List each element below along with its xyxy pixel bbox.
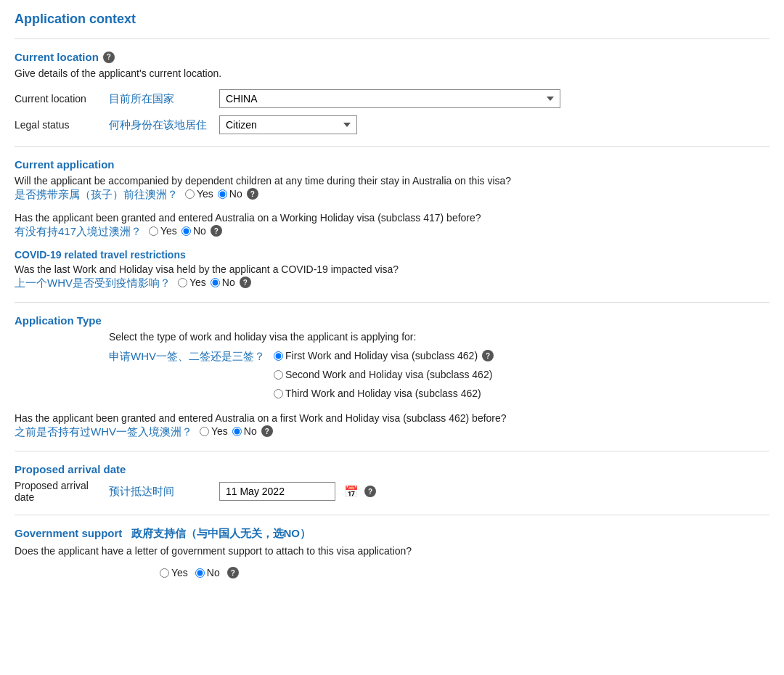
gov-support-radio-group: Yes No ? bbox=[160, 567, 769, 578]
divider-4 bbox=[15, 451, 769, 451]
current-location-help-icon[interactable]: ? bbox=[103, 52, 115, 63]
proposed-arrival-label: Proposed arrival date bbox=[15, 463, 126, 475]
covid-chinese: 上一个WHV是否受到疫情影响？ bbox=[15, 277, 171, 290]
gov-support-no-radio[interactable] bbox=[195, 568, 205, 578]
q462-help-icon[interactable]: ? bbox=[261, 425, 273, 437]
q462-no-radio[interactable] bbox=[232, 427, 242, 436]
q1-text: Will the applicant be accompanied by dep… bbox=[15, 175, 769, 187]
gov-support-yes-label[interactable]: Yes bbox=[160, 567, 188, 578]
covid-yes-label[interactable]: Yes bbox=[178, 277, 206, 288]
proposed-arrival-chinese: 预计抵达时间 bbox=[109, 485, 211, 499]
app-type-description-row: Select the type of work and holiday visa… bbox=[15, 331, 769, 343]
q462-text: Has the applicant been granted and enter… bbox=[15, 412, 769, 424]
current-location-chinese: 目前所在国家 bbox=[109, 92, 211, 106]
app-type-option1-text: First Work and Holiday visa (subclass 46… bbox=[285, 350, 478, 361]
q1-row: 是否携带亲属（孩子）前往澳洲？ Yes No ? bbox=[15, 188, 769, 202]
q1-yes-label[interactable]: Yes bbox=[185, 188, 213, 200]
gov-support-label: Government support bbox=[15, 527, 122, 539]
proposed-arrival-help-icon[interactable]: ? bbox=[364, 486, 376, 497]
gov-support-yes-radio[interactable] bbox=[160, 568, 169, 578]
app-type-option3-text: Third Work and Holiday visa (subclass 46… bbox=[285, 388, 481, 399]
q2-block: Has the applicant been granted and enter… bbox=[15, 212, 769, 239]
q462-yes-radio[interactable] bbox=[200, 427, 209, 436]
q1-chinese: 是否携带亲属（孩子）前往澳洲？ bbox=[15, 188, 178, 202]
divider-5 bbox=[15, 515, 769, 515]
app-type-description: Select the type of work and holiday visa… bbox=[109, 331, 416, 343]
app-type-option2-label[interactable]: Second Work and Holiday visa (subclass 4… bbox=[274, 369, 492, 380]
app-type-options: First Work and Holiday visa (subclass 46… bbox=[274, 350, 494, 402]
app-type-option2-radio[interactable] bbox=[274, 370, 283, 380]
q462-yes-label[interactable]: Yes bbox=[200, 425, 228, 437]
application-type-subtitle: Application Type bbox=[15, 314, 769, 327]
covid-no-label[interactable]: No bbox=[211, 277, 235, 288]
app-type-option3-label[interactable]: Third Work and Holiday visa (subclass 46… bbox=[274, 388, 481, 399]
covid-help-icon[interactable]: ? bbox=[240, 277, 251, 288]
app-type-option2-row: Second Work and Holiday visa (subclass 4… bbox=[274, 369, 494, 380]
q1-block: Will the applicant be accompanied by dep… bbox=[15, 175, 769, 202]
app-type-option1-radio[interactable] bbox=[274, 351, 283, 361]
application-type-label: Application Type bbox=[15, 314, 102, 327]
app-type-option1-row: First Work and Holiday visa (subclass 46… bbox=[274, 350, 494, 361]
current-location-field-row: Current location 目前所在国家 CHINA bbox=[15, 89, 769, 108]
gov-support-no-label[interactable]: No bbox=[195, 567, 220, 578]
app-type-option1-label[interactable]: First Work and Holiday visa (subclass 46… bbox=[274, 350, 478, 361]
proposed-arrival-row: Proposed arrival date 预计抵达时间 📅 ? bbox=[15, 480, 769, 503]
q462-yes-text: Yes bbox=[211, 425, 228, 437]
calendar-icon[interactable]: 📅 bbox=[344, 485, 359, 499]
gov-support-description: Does the applicant have a letter of gove… bbox=[15, 545, 769, 557]
q462-no-text: No bbox=[244, 425, 257, 437]
legal-status-label: Legal status bbox=[15, 119, 109, 131]
current-application-subtitle: Current application bbox=[15, 158, 769, 171]
proposed-arrival-control: 📅 ? bbox=[219, 482, 376, 501]
divider-2 bbox=[15, 146, 769, 147]
q462-row: 之前是否持有过WHV一签入境澳洲？ Yes No ? bbox=[15, 425, 769, 439]
current-location-label: Current location bbox=[15, 51, 99, 63]
current-location-subtitle: Current location ? bbox=[15, 51, 769, 63]
q2-row: 有没有持417入境过澳洲？ Yes No ? bbox=[15, 225, 769, 239]
legal-status-control: Citizen Permanent Resident Temporary Res… bbox=[219, 115, 357, 134]
q2-help-icon[interactable]: ? bbox=[211, 225, 222, 237]
q1-no-text: No bbox=[229, 188, 242, 200]
current-application-label: Current application bbox=[15, 158, 115, 171]
gov-support-yes-text: Yes bbox=[171, 567, 188, 578]
legal-status-field-row: Legal status 何种身份在该地居住 Citizen Permanent… bbox=[15, 115, 769, 134]
app-type-option2-text: Second Work and Holiday visa (subclass 4… bbox=[285, 369, 492, 380]
covid-title: COVID-19 related travel restrictions bbox=[15, 249, 769, 261]
q2-no-label[interactable]: No bbox=[181, 225, 206, 237]
q462-no-label[interactable]: No bbox=[232, 425, 257, 437]
q2-radio-group: Yes No ? bbox=[149, 225, 222, 237]
legal-status-select[interactable]: Citizen Permanent Resident Temporary Res… bbox=[219, 115, 357, 134]
covid-q-text: Was the last Work and Holiday visa held … bbox=[15, 263, 769, 275]
gov-support-help-icon[interactable]: ? bbox=[227, 567, 239, 578]
proposed-arrival-date-input[interactable] bbox=[219, 482, 335, 501]
covid-yes-radio[interactable] bbox=[178, 278, 187, 287]
application-type-block: Select the type of work and holiday visa… bbox=[15, 331, 769, 402]
q2-no-text: No bbox=[193, 225, 206, 237]
covid-no-text: No bbox=[222, 277, 235, 288]
q2-no-radio[interactable] bbox=[181, 226, 191, 236]
gov-support-title-row: Government support 政府支持信（与中国人无关，选NO） bbox=[15, 527, 769, 541]
q2-yes-radio[interactable] bbox=[149, 226, 158, 236]
current-location-description: Give details of the applicant's current … bbox=[15, 68, 769, 79]
q1-yes-text: Yes bbox=[197, 188, 213, 200]
q2-yes-label[interactable]: Yes bbox=[149, 225, 177, 237]
app-type-option3-row: Third Work and Holiday visa (subclass 46… bbox=[274, 388, 494, 399]
gov-support-section: Government support 政府支持信（与中国人无关，选NO） Doe… bbox=[15, 527, 769, 578]
q462-block: Has the applicant been granted and enter… bbox=[15, 412, 769, 439]
covid-no-radio[interactable] bbox=[211, 278, 220, 287]
app-type-field-row: 申请WHV一签、二签还是三签？ First Work and Holiday v… bbox=[15, 350, 769, 402]
app-type-option1-help[interactable]: ? bbox=[482, 350, 494, 361]
q1-help-icon[interactable]: ? bbox=[247, 188, 258, 200]
app-type-option3-radio[interactable] bbox=[274, 389, 283, 398]
current-location-field-label: Current location bbox=[15, 93, 109, 105]
q1-no-label[interactable]: No bbox=[218, 188, 242, 200]
covid-row: 上一个WHV是否受到疫情影响？ Yes No ? bbox=[15, 277, 769, 290]
q1-yes-radio[interactable] bbox=[185, 189, 195, 199]
covid-yes-text: Yes bbox=[189, 277, 206, 288]
legal-status-chinese: 何种身份在该地居住 bbox=[109, 118, 211, 132]
covid-block: Was the last Work and Holiday visa held … bbox=[15, 263, 769, 290]
q1-no-radio[interactable] bbox=[218, 189, 227, 199]
covid-radio-group: Yes No ? bbox=[178, 277, 251, 288]
current-location-select[interactable]: CHINA bbox=[219, 89, 560, 108]
proposed-arrival-field-label: Proposed arrival date bbox=[15, 480, 109, 503]
